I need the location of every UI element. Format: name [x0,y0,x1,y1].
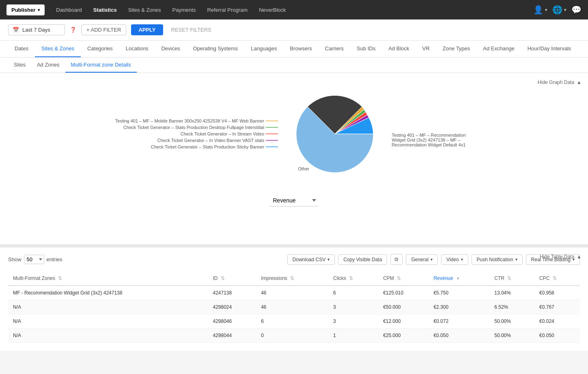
chart-metric-dropdown[interactable]: Revenue Impressions Clicks CPM CTR CPC [270,195,319,206]
cell-cpc-0: €0.958 [534,286,580,300]
cell-zone-0: MF - Recommendation Widget Grid (3x2) 42… [8,286,208,300]
hide-table-button[interactable]: Hide Table Data ▲ [540,254,582,260]
sort-revenue-icon[interactable]: ▼ [456,276,460,281]
tab-locations[interactable]: Locations [119,41,155,57]
chat-icon[interactable]: 💬 [571,5,582,15]
cell-id-0: 4247138 [208,286,256,300]
general-filter-button[interactable]: General ▾ [406,254,438,265]
nav-dashboard[interactable]: Dashboard [51,4,87,15]
pie-label-0: Testing 401 – MF – Mobile Banner 300x250… [115,118,278,123]
hide-table-label: Hide Table Data [540,254,574,260]
data-table: Multi-Format Zones ⇅ ID ⇅ Impressions ⇅ … [8,271,580,343]
cell-cpm-3: €25.000 [378,329,429,343]
sort-id-icon[interactable]: ⇅ [221,275,225,281]
show-entries: Show 50 25 100 entries [8,255,62,264]
nav-links: Dashboard Statistics Sites & Zones Payme… [51,4,291,15]
download-csv-button[interactable]: Download CSV ▾ [287,254,335,265]
pie-label-2: Check Ticket Generator – In Stream Video [115,131,278,136]
tab-sites-zones[interactable]: Sites & Zones [35,41,81,57]
cell-impressions-3: 0 [256,329,328,343]
cell-zone-2: N/A [8,314,208,329]
push-notification-caret-icon: ▾ [515,257,517,262]
pie-chart-container: Testing 401 – MF – Mobile Banner 300x250… [8,81,580,187]
sort-impressions-icon[interactable]: ⇅ [290,275,294,281]
cell-revenue-3: €0.050 [429,329,489,343]
cell-ctr-2: 50.00% [489,314,534,329]
apply-button[interactable]: APPLY [131,24,163,35]
sub-tab-sites[interactable]: Sites [8,58,31,73]
copy-visible-button[interactable]: Copy Visible Data [338,254,387,265]
sort-cpm-icon[interactable]: ⇅ [397,275,401,281]
user-icon[interactable]: 👤 ▾ [533,5,547,15]
globe-chevron-icon: ▾ [564,7,566,13]
main-tabs: Dates Sites & Zones Categories Locations… [8,41,580,57]
sub-tabs-container: Sites Ad Zones Multi-Format zone Details [0,58,588,73]
cell-cpm-1: €50.000 [378,300,429,314]
tab-dates[interactable]: Dates [8,41,35,57]
tab-subids[interactable]: Sub IDs [350,41,382,57]
sort-zone-icon[interactable]: ⇅ [58,275,62,281]
publisher-button[interactable]: Publisher ▾ [6,4,45,15]
cell-revenue-1: €2.300 [429,300,489,314]
tab-os[interactable]: Operating Systems [187,41,245,57]
cell-impressions-0: 46 [256,286,328,300]
nav-payments[interactable]: Payments [168,4,201,15]
sub-tabs: Sites Ad Zones Multi-Format zone Details [8,58,580,73]
cell-cpm-0: €125.010 [378,286,429,300]
table-header: Multi-Format Zones ⇅ ID ⇅ Impressions ⇅ … [8,271,580,286]
nav-statistics[interactable]: Statistics [88,4,122,15]
tab-ad-exchange[interactable]: Ad Exchange [476,41,521,57]
entries-per-page-select[interactable]: 50 25 100 [24,255,44,264]
sub-tab-multiformat[interactable]: Multi-Format zone Details [65,58,137,73]
reset-filters-button[interactable]: RESET FILTERS [168,25,215,35]
push-notification-button[interactable]: Push Notification ▾ [472,254,523,265]
publisher-label: Publisher [11,7,35,13]
download-csv-caret-icon: ▾ [327,257,330,262]
tab-devices[interactable]: Devices [155,41,186,57]
nav-referral[interactable]: Referral Program [202,4,252,15]
cell-impressions-1: 46 [256,300,328,314]
tab-zone-types[interactable]: Zone Types [436,41,477,57]
nav-neverblock[interactable]: NeverBlock [254,4,291,15]
pie-other-label: Other [298,166,310,171]
cell-cpc-3: €0.050 [534,329,580,343]
cell-id-2: 4298046 [208,314,256,329]
cell-clicks-1: 3 [328,300,378,314]
pie-label-3: Check Ticket Generator – In Video Banner… [115,138,278,143]
tab-carriers[interactable]: Carriers [319,41,350,57]
cell-ctr-3: 50.00% [489,329,534,343]
sub-tab-ad-zones[interactable]: Ad Zones [31,58,65,73]
cell-clicks-3: 1 [328,329,378,343]
tab-vr[interactable]: VR [416,41,436,57]
cell-impressions-2: 6 [256,314,328,329]
date-range-picker[interactable]: 📅 Last 7 Days [8,24,65,35]
cell-cpc-2: €0.024 [534,314,580,329]
pie-chart-svg [290,89,379,178]
col-impressions: Impressions ⇅ [256,271,328,286]
nav-right: 👤 ▾ 🌐 ▾ 💬 [533,5,582,15]
col-clicks: Clicks ⇅ [328,271,378,286]
tab-browsers[interactable]: Browsers [284,41,319,57]
cell-ctr-0: 13.04% [489,286,534,300]
nav-sites-zones[interactable]: Sites & Zones [123,4,166,15]
publisher-chevron-icon: ▾ [38,8,40,12]
cell-clicks-2: 3 [328,314,378,329]
sort-ctr-icon[interactable]: ⇅ [507,275,511,281]
tab-categories[interactable]: Categories [81,41,119,57]
sort-clicks-icon[interactable]: ⇅ [349,275,353,281]
sort-cpc-icon[interactable]: ⇅ [553,275,557,281]
col-zone: Multi-Format Zones ⇅ [8,271,208,286]
globe-icon[interactable]: 🌐 ▾ [552,5,566,15]
tab-languages[interactable]: Languages [244,41,283,57]
tab-hour-day[interactable]: Hour/Day Intervals [521,41,578,57]
col-id: ID ⇅ [208,271,256,286]
table-row: N/A 4298044 0 1 €25.000 €0.050 50.00% €0… [8,329,580,343]
add-filter-button[interactable]: + ADD FILTER [81,24,126,35]
settings-button[interactable]: ⚙ [390,254,403,265]
video-filter-button[interactable]: Video ▾ [441,254,468,265]
cell-id-1: 4298024 [208,300,256,314]
pie-labels-left: Testing 401 – MF – Mobile Banner 300x250… [115,118,278,149]
cell-zone-3: N/A [8,329,208,343]
help-icon[interactable]: ❓ [70,27,76,33]
tab-adblock[interactable]: Ad Block [382,41,416,57]
